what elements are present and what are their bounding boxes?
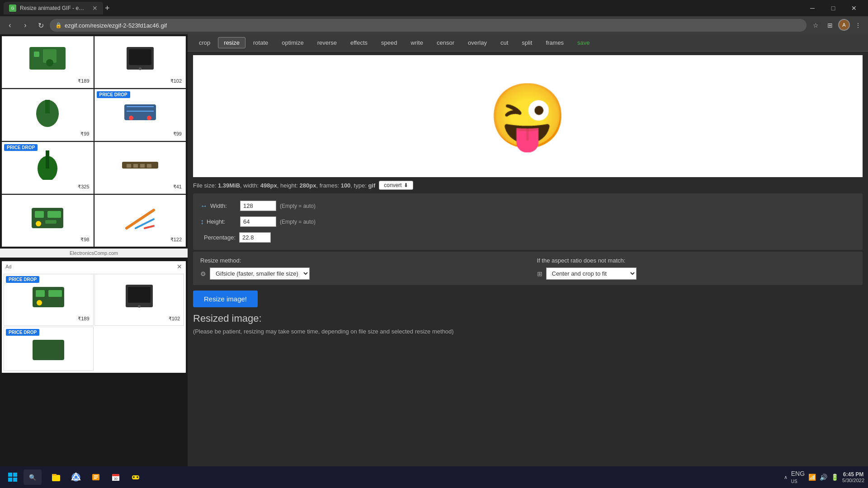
percentage-label: Percentage: <box>204 234 236 241</box>
tab-close-button[interactable]: ✕ <box>92 5 98 12</box>
system-clock[interactable]: 6:45 PM 5/30/2022 <box>842 471 864 483</box>
ad-item: ₹98 <box>2 195 94 247</box>
tool-save-button[interactable]: save <box>571 37 595 48</box>
tool-reverse-button[interactable]: reverse <box>311 37 343 48</box>
taskbar-game[interactable] <box>127 468 145 486</box>
svg-rect-30 <box>36 290 45 297</box>
menu-button[interactable]: ⋮ <box>852 19 864 32</box>
price-drop-badge: PRICE DROP <box>6 329 39 336</box>
close-window-button[interactable]: ✕ <box>844 1 864 15</box>
width-hint: (Empty = auto) <box>280 203 316 209</box>
tool-optimize-button[interactable]: optimize <box>276 37 309 48</box>
tool-frames-button[interactable]: frames <box>540 37 570 48</box>
svg-rect-34 <box>128 287 151 303</box>
minimize-button[interactable]: ─ <box>802 1 823 15</box>
svg-rect-44 <box>94 477 98 478</box>
tool-rotate-button[interactable]: rotate <box>247 37 274 48</box>
tool-resize-button[interactable]: resize <box>218 37 245 48</box>
height-arrow-icon: ↕ <box>200 218 204 226</box>
ad-footer: ElectronicsComp.com <box>0 249 188 258</box>
windows-logo <box>8 473 17 482</box>
tool-overlay-button[interactable]: overlay <box>462 37 493 48</box>
ad-item: ₹189 <box>2 36 94 88</box>
address-bar[interactable]: 🔒 ezgif.com/resize/ezgif-2-523fd1ac46.gi… <box>50 19 807 32</box>
nav-actions: ☆ ⊞ A ⋮ <box>809 19 864 32</box>
emoji-display: 😜 <box>488 84 567 148</box>
height-input[interactable] <box>240 216 276 227</box>
price-tag: ₹41 <box>99 184 182 190</box>
tool-crop-button[interactable]: crop <box>193 37 216 48</box>
taskbar-apps: 30 <box>47 468 145 486</box>
back-button[interactable]: ‹ <box>4 19 16 32</box>
start-button[interactable] <box>4 468 22 486</box>
main-layout: ₹189 ₹102 ₹99 PRICE DROP ₹99 <box>0 34 868 488</box>
wifi-icon[interactable]: 📶 <box>808 474 816 481</box>
resize-method-group: Resize method: ⚙ Gifsicle (faster, small… <box>200 257 519 280</box>
svg-rect-43 <box>94 475 98 476</box>
tool-speed-button[interactable]: speed <box>375 37 403 48</box>
tab-bar: G Resize animated GIF - emoji-loac ✕ + ─… <box>0 0 868 16</box>
taskbar-chrome[interactable] <box>67 468 85 486</box>
profile-button[interactable]: A <box>838 19 850 31</box>
width-arrow-icon: ↔ <box>200 202 208 210</box>
bookmark-button[interactable]: ☆ <box>809 19 822 32</box>
ad-close-button[interactable]: ✕ <box>177 263 182 270</box>
ad-image <box>99 93 182 129</box>
new-tab-button[interactable]: + <box>105 4 110 13</box>
file-height: 280px <box>300 182 316 189</box>
height-row: ↕ Height: (Empty = auto) <box>200 216 855 227</box>
ad-item: PRICE DROP ₹189 <box>4 274 94 326</box>
window-controls: ─ □ ✕ <box>802 1 864 15</box>
width-input[interactable] <box>240 201 276 211</box>
browser-tab[interactable]: G Resize animated GIF - emoji-loac ✕ <box>4 2 103 14</box>
gear-icon: ⚙ <box>200 270 206 277</box>
ad-grid-top: ₹189 ₹102 ₹99 PRICE DROP ₹99 <box>0 34 188 249</box>
lock-icon: 🔒 <box>55 22 62 28</box>
ad-image <box>6 40 90 76</box>
resize-image-button[interactable]: Resize image! <box>193 291 258 307</box>
taskbar-file-explorer[interactable] <box>47 468 65 486</box>
file-size-label: File size: 1.39MiB, width: 498px, height… <box>193 182 375 189</box>
resize-method-label: Resize method: <box>200 257 519 264</box>
tray-expand[interactable]: ∧ <box>784 474 788 480</box>
svg-rect-38 <box>52 474 57 476</box>
extension-button[interactable]: ⊞ <box>824 19 836 32</box>
tool-split-button[interactable]: split <box>516 37 538 48</box>
svg-point-32 <box>37 300 42 305</box>
svg-point-13 <box>147 116 151 120</box>
gif-preview: 😜 <box>193 55 863 177</box>
maximize-button[interactable]: □ <box>823 1 844 15</box>
taskbar-files[interactable] <box>87 468 105 486</box>
tab-title: Resize animated GIF - emoji-loac <box>20 5 89 11</box>
tool-effects-button[interactable]: effects <box>344 37 373 48</box>
reload-button[interactable]: ↻ <box>34 19 47 32</box>
taskbar-search-button[interactable]: 🔍 <box>24 469 42 485</box>
tool-write-button[interactable]: write <box>405 37 429 48</box>
resize-method-select[interactable]: Gifsicle (faster, smaller file size) Ima… <box>210 267 310 280</box>
svg-point-3 <box>46 59 53 66</box>
svg-line-28 <box>145 226 154 228</box>
ad-section-2: Ad ✕ PRICE DROP ₹189 ₹102 <box>2 261 186 373</box>
ad-image <box>99 146 182 182</box>
tool-cut-button[interactable]: cut <box>495 37 514 48</box>
percentage-input[interactable] <box>239 232 271 243</box>
forward-button[interactable]: › <box>19 19 32 32</box>
ad-item: ₹102 <box>94 274 184 326</box>
clock-time: 6:45 PM <box>842 471 864 478</box>
ad-image <box>8 278 90 314</box>
sound-icon[interactable]: 🔊 <box>820 474 827 481</box>
svg-point-35 <box>138 305 141 308</box>
svg-rect-22 <box>35 211 44 218</box>
browser-chrome: G Resize animated GIF - emoji-loac ✕ + ─… <box>0 0 868 34</box>
aspect-ratio-select[interactable]: Center and crop to fit Stretch to fit Ad… <box>546 267 637 280</box>
svg-rect-25 <box>45 220 57 224</box>
battery-icon[interactable]: 🔋 <box>831 474 839 481</box>
price-tag: ₹102 <box>99 316 180 322</box>
tool-censor-button[interactable]: censor <box>431 37 460 48</box>
svg-rect-37 <box>52 475 60 481</box>
ad-item: ₹122 <box>94 195 186 247</box>
taskbar-calendar[interactable]: 30 <box>107 468 125 486</box>
convert-button[interactable]: convert ⬇ <box>379 181 413 190</box>
price-tag: ₹122 <box>99 237 182 243</box>
svg-rect-15 <box>46 150 49 169</box>
